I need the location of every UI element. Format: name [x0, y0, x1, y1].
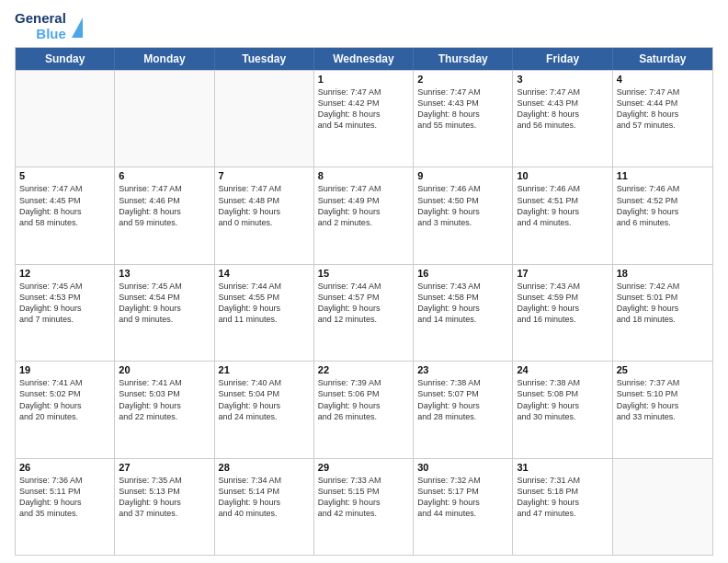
- calendar-cell: 25Sunrise: 7:37 AM Sunset: 5:10 PM Dayli…: [613, 362, 712, 457]
- day-info: Sunrise: 7:35 AM Sunset: 5:13 PM Dayligh…: [119, 475, 210, 520]
- header-thursday: Thursday: [414, 48, 513, 70]
- day-number: 16: [417, 268, 508, 279]
- calendar-cell: 13Sunrise: 7:45 AM Sunset: 4:54 PM Dayli…: [115, 265, 214, 361]
- calendar-cell: 8Sunrise: 7:47 AM Sunset: 4:49 PM Daylig…: [314, 167, 414, 263]
- calendar-cell: 4Sunrise: 7:47 AM Sunset: 4:44 PM Daylig…: [613, 71, 712, 167]
- calendar-body: 1Sunrise: 7:47 AM Sunset: 4:42 PM Daylig…: [16, 70, 712, 555]
- day-number: 8: [318, 170, 409, 181]
- calendar-header: Sunday Monday Tuesday Wednesday Thursday…: [16, 48, 712, 70]
- day-info: Sunrise: 7:36 AM Sunset: 5:11 PM Dayligh…: [19, 475, 110, 520]
- day-info: Sunrise: 7:37 AM Sunset: 5:10 PM Dayligh…: [617, 377, 709, 422]
- logo-blue: Blue: [36, 27, 66, 42]
- day-info: Sunrise: 7:47 AM Sunset: 4:42 PM Dayligh…: [318, 86, 409, 132]
- calendar-cell: 7Sunrise: 7:47 AM Sunset: 4:48 PM Daylig…: [215, 167, 314, 263]
- day-info: Sunrise: 7:38 AM Sunset: 5:07 PM Dayligh…: [417, 377, 508, 422]
- calendar-cell: 5Sunrise: 7:47 AM Sunset: 4:45 PM Daylig…: [16, 167, 115, 263]
- day-number: 5: [19, 170, 110, 181]
- calendar-cell: 10Sunrise: 7:46 AM Sunset: 4:51 PM Dayli…: [513, 167, 612, 263]
- calendar-cell: 22Sunrise: 7:39 AM Sunset: 5:06 PM Dayli…: [314, 362, 414, 457]
- calendar-cell: [613, 459, 712, 555]
- day-number: 4: [617, 74, 709, 85]
- day-info: Sunrise: 7:43 AM Sunset: 4:59 PM Dayligh…: [517, 281, 608, 326]
- day-info: Sunrise: 7:33 AM Sunset: 5:15 PM Dayligh…: [318, 475, 409, 520]
- day-number: 2: [417, 74, 508, 85]
- day-number: 20: [119, 364, 210, 375]
- day-number: 31: [517, 462, 608, 473]
- day-number: 18: [617, 268, 709, 279]
- calendar-week-1: 5Sunrise: 7:47 AM Sunset: 4:45 PM Daylig…: [16, 167, 712, 263]
- calendar-cell: 12Sunrise: 7:45 AM Sunset: 4:53 PM Dayli…: [16, 265, 115, 361]
- header-sunday: Sunday: [16, 48, 115, 70]
- header-saturday: Saturday: [613, 48, 712, 70]
- calendar-cell: 20Sunrise: 7:41 AM Sunset: 5:03 PM Dayli…: [115, 362, 214, 457]
- calendar-week-4: 26Sunrise: 7:36 AM Sunset: 5:11 PM Dayli…: [16, 458, 712, 555]
- day-info: Sunrise: 7:41 AM Sunset: 5:02 PM Dayligh…: [19, 377, 110, 422]
- calendar: Sunday Monday Tuesday Wednesday Thursday…: [15, 47, 713, 556]
- logo: General Blue: [15, 11, 83, 41]
- day-number: 24: [517, 364, 608, 375]
- day-info: Sunrise: 7:41 AM Sunset: 5:03 PM Dayligh…: [119, 377, 210, 422]
- day-info: Sunrise: 7:32 AM Sunset: 5:17 PM Dayligh…: [417, 475, 508, 520]
- calendar-cell: 17Sunrise: 7:43 AM Sunset: 4:59 PM Dayli…: [513, 265, 612, 361]
- calendar-cell: [16, 71, 115, 167]
- day-number: 11: [617, 170, 709, 181]
- day-number: 17: [517, 268, 608, 279]
- day-info: Sunrise: 7:47 AM Sunset: 4:45 PM Dayligh…: [19, 183, 110, 228]
- day-number: 19: [19, 364, 110, 375]
- calendar-cell: 19Sunrise: 7:41 AM Sunset: 5:02 PM Dayli…: [16, 362, 115, 457]
- day-number: 23: [417, 364, 508, 375]
- calendar-cell: [215, 71, 314, 167]
- logo-triangle-icon: [72, 17, 83, 38]
- day-number: 9: [417, 170, 508, 181]
- calendar-cell: 1Sunrise: 7:47 AM Sunset: 4:42 PM Daylig…: [314, 71, 414, 167]
- page: General Blue Sunday Monday Tuesday Wedne…: [0, 0, 728, 563]
- day-number: 3: [517, 74, 608, 85]
- day-info: Sunrise: 7:46 AM Sunset: 4:50 PM Dayligh…: [417, 183, 508, 228]
- day-info: Sunrise: 7:42 AM Sunset: 5:01 PM Dayligh…: [617, 281, 709, 326]
- day-number: 29: [318, 462, 409, 473]
- calendar-cell: 14Sunrise: 7:44 AM Sunset: 4:55 PM Dayli…: [215, 265, 314, 361]
- day-number: 13: [119, 268, 210, 279]
- day-number: 12: [19, 268, 110, 279]
- day-number: 21: [219, 364, 310, 375]
- calendar-cell: 6Sunrise: 7:47 AM Sunset: 4:46 PM Daylig…: [115, 167, 214, 263]
- day-info: Sunrise: 7:40 AM Sunset: 5:04 PM Dayligh…: [219, 377, 310, 422]
- calendar-cell: 21Sunrise: 7:40 AM Sunset: 5:04 PM Dayli…: [215, 362, 314, 457]
- calendar-cell: 31Sunrise: 7:31 AM Sunset: 5:18 PM Dayli…: [513, 459, 612, 555]
- calendar-cell: 24Sunrise: 7:38 AM Sunset: 5:08 PM Dayli…: [513, 362, 612, 457]
- header-friday: Friday: [513, 48, 612, 70]
- day-number: 27: [119, 462, 210, 473]
- calendar-cell: 9Sunrise: 7:46 AM Sunset: 4:50 PM Daylig…: [414, 167, 513, 263]
- day-info: Sunrise: 7:45 AM Sunset: 4:53 PM Dayligh…: [19, 281, 110, 326]
- calendar-cell: 30Sunrise: 7:32 AM Sunset: 5:17 PM Dayli…: [414, 459, 513, 555]
- day-info: Sunrise: 7:47 AM Sunset: 4:43 PM Dayligh…: [417, 86, 508, 132]
- day-info: Sunrise: 7:44 AM Sunset: 4:55 PM Dayligh…: [219, 281, 310, 326]
- day-number: 26: [19, 462, 110, 473]
- day-info: Sunrise: 7:45 AM Sunset: 4:54 PM Dayligh…: [119, 281, 210, 326]
- calendar-cell: 26Sunrise: 7:36 AM Sunset: 5:11 PM Dayli…: [16, 459, 115, 555]
- calendar-cell: 3Sunrise: 7:47 AM Sunset: 4:43 PM Daylig…: [513, 71, 612, 167]
- logo-general: General: [15, 11, 66, 27]
- header: General Blue: [15, 11, 713, 41]
- day-info: Sunrise: 7:38 AM Sunset: 5:08 PM Dayligh…: [517, 377, 608, 422]
- day-number: 7: [219, 170, 310, 181]
- day-info: Sunrise: 7:47 AM Sunset: 4:48 PM Dayligh…: [219, 183, 310, 228]
- header-wednesday: Wednesday: [314, 48, 414, 70]
- calendar-cell: [115, 71, 214, 167]
- calendar-week-3: 19Sunrise: 7:41 AM Sunset: 5:02 PM Dayli…: [16, 361, 712, 457]
- calendar-cell: 28Sunrise: 7:34 AM Sunset: 5:14 PM Dayli…: [215, 459, 314, 555]
- calendar-cell: 11Sunrise: 7:46 AM Sunset: 4:52 PM Dayli…: [613, 167, 712, 263]
- calendar-week-0: 1Sunrise: 7:47 AM Sunset: 4:42 PM Daylig…: [16, 70, 712, 167]
- header-tuesday: Tuesday: [215, 48, 314, 70]
- day-number: 25: [617, 364, 709, 375]
- day-info: Sunrise: 7:39 AM Sunset: 5:06 PM Dayligh…: [318, 377, 409, 422]
- day-number: 22: [318, 364, 409, 375]
- day-info: Sunrise: 7:34 AM Sunset: 5:14 PM Dayligh…: [219, 475, 310, 520]
- day-info: Sunrise: 7:47 AM Sunset: 4:49 PM Dayligh…: [318, 183, 409, 228]
- calendar-cell: 29Sunrise: 7:33 AM Sunset: 5:15 PM Dayli…: [314, 459, 414, 555]
- day-info: Sunrise: 7:46 AM Sunset: 4:51 PM Dayligh…: [517, 183, 608, 228]
- calendar-cell: 27Sunrise: 7:35 AM Sunset: 5:13 PM Dayli…: [115, 459, 214, 555]
- calendar-cell: 2Sunrise: 7:47 AM Sunset: 4:43 PM Daylig…: [414, 71, 513, 167]
- day-number: 6: [119, 170, 210, 181]
- calendar-cell: 23Sunrise: 7:38 AM Sunset: 5:07 PM Dayli…: [414, 362, 513, 457]
